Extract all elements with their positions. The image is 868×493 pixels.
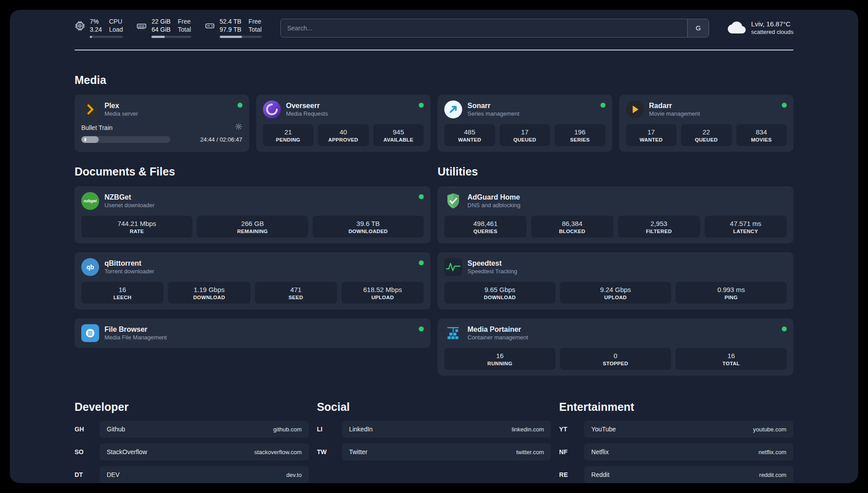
stat-label: AVAILABLE xyxy=(375,137,422,142)
app-name: File Browser xyxy=(104,325,167,334)
gear-icon[interactable] xyxy=(235,123,242,132)
stat-label: MOVIES xyxy=(738,137,785,142)
cpu-load-value: 3.24 xyxy=(90,26,102,34)
weather-condition: scattered clouds xyxy=(751,29,793,36)
playback-progressbar[interactable] xyxy=(81,136,171,143)
stat-label: FILTERED xyxy=(620,229,698,234)
app-card-radarr[interactable]: Radarr Movie management 17 WANTED 22 QUE… xyxy=(619,95,794,152)
bookmark-name: StackOverflow xyxy=(107,448,147,455)
app-card-qbittorrent[interactable]: qb qBittorrent Torrent downloader xyxy=(75,252,430,309)
disk-total-value: 97.9 TB xyxy=(220,26,242,34)
plex-icon xyxy=(81,100,99,118)
bookmark-twitter[interactable]: TW Twitter twitter.com xyxy=(317,443,551,460)
bookmark-abbr: SO xyxy=(75,448,100,455)
stat-value: 17 xyxy=(501,128,549,136)
stat-label: QUEUED xyxy=(683,137,730,142)
app-card-filebrowser[interactable]: File Browser Media File Management xyxy=(75,318,430,348)
bookmark-dev[interactable]: DT DEV dev.to xyxy=(75,466,309,483)
bookmark-url: dev.to xyxy=(286,472,301,478)
sonarr-icon xyxy=(444,100,462,118)
app-name: Media Portainer xyxy=(467,325,528,334)
bookmark-github[interactable]: GH Github github.com xyxy=(75,421,309,438)
section-entertainment: Entertainment YT YouTube youtube.com NF … xyxy=(559,401,793,483)
stat-value: 86,384 xyxy=(533,220,611,227)
stat-tile: 9.24 Gbps UPLOAD xyxy=(560,282,671,304)
ram-total-value: 64 GiB xyxy=(151,26,171,34)
stat-tile: 47.571 ms LATENCY xyxy=(705,216,787,238)
stat-tile: 17 WANTED xyxy=(626,124,677,146)
stat-label: REMAINING xyxy=(199,229,306,234)
bookmark-url: stackoverflow.com xyxy=(254,449,301,455)
stat-tile: 945 AVAILABLE xyxy=(373,124,424,146)
stat-label: UPLOAD xyxy=(343,295,422,300)
stat-label: PING xyxy=(677,295,785,300)
bookmark-abbr: DT xyxy=(75,471,100,478)
ram-progressbar xyxy=(151,36,191,38)
qbittorrent-icon: qb xyxy=(81,258,99,276)
stat-label: QUERIES xyxy=(446,229,525,234)
app-card-sonarr[interactable]: Sonarr Series management 485 WANTED 17 Q… xyxy=(438,95,612,152)
stat-label: WANTED xyxy=(446,137,493,142)
documents-section-title: Documents & Files xyxy=(75,165,430,178)
status-dot xyxy=(419,194,424,199)
stat-tile: 40 APPROVED xyxy=(318,124,369,146)
bookmark-reddit[interactable]: RE Reddit reddit.com xyxy=(559,466,793,483)
app-card-nzbget[interactable]: nzbget NZBGet Usenet downloader 74 xyxy=(75,186,430,243)
stat-tile: 196 SERIES xyxy=(555,124,605,146)
bookmark-youtube[interactable]: YT YouTube youtube.com xyxy=(559,421,793,438)
stat-tile: 266 GB REMAINING xyxy=(197,216,308,238)
media-section-title: Media xyxy=(75,74,793,87)
stat-value: 16 xyxy=(83,286,162,293)
entertainment-section-title: Entertainment xyxy=(559,401,793,414)
app-card-adguard[interactable]: AdGuard Home DNS and adblocking 498,461 … xyxy=(438,186,793,243)
cpu-progressbar xyxy=(90,36,123,38)
stat-label: RUNNING xyxy=(446,361,554,366)
stat-label: LATENCY xyxy=(706,229,785,234)
app-subtitle: Speedtest Tracking xyxy=(467,268,517,275)
ram-free-value: 22 GiB xyxy=(151,18,171,26)
search-input[interactable] xyxy=(281,19,687,37)
now-playing-title: Bullet Train xyxy=(81,124,113,131)
app-card-portainer[interactable]: Media Portainer Container management 16 … xyxy=(438,318,793,376)
bookmark-stackoverflow[interactable]: SO StackOverflow stackoverflow.com xyxy=(75,443,309,460)
bookmark-name: YouTube xyxy=(591,426,616,433)
stat-tile: 86,384 BLOCKED xyxy=(531,216,613,238)
stat-value: 0 xyxy=(562,352,669,359)
disk-stat: 52.4 TB 97.9 TB Free Total xyxy=(204,18,262,38)
app-card-plex[interactable]: Plex Media server Bullet Train xyxy=(75,95,249,152)
top-bar: 7% 3.24 CPU Load xyxy=(75,10,793,38)
search-bar[interactable]: G xyxy=(280,19,709,38)
stat-value: 196 xyxy=(556,128,604,136)
app-name: AdGuard Home xyxy=(467,193,521,202)
overseerr-icon xyxy=(263,100,281,118)
cloud-icon xyxy=(728,20,746,35)
bookmark-url: reddit.com xyxy=(759,472,786,478)
stat-value: 47.571 ms xyxy=(706,220,785,227)
stat-tile: 834 MOVIES xyxy=(736,124,787,146)
app-card-speedtest[interactable]: Speedtest Speedtest Tracking 9.65 Gbps D… xyxy=(438,252,793,309)
speedtest-icon xyxy=(444,258,462,276)
stat-value: 21 xyxy=(265,128,312,136)
stat-tile: 16 LEECH xyxy=(81,282,163,304)
stat-label: DOWNLOADED xyxy=(314,229,422,234)
disk-total-label: Total xyxy=(249,26,262,34)
search-engine-button[interactable]: G xyxy=(687,19,709,37)
app-subtitle: Torrent downloader xyxy=(104,268,154,275)
playback-time: 24:44 / 02:06:47 xyxy=(200,136,242,143)
stat-value: 945 xyxy=(375,128,422,136)
bookmark-abbr: YT xyxy=(559,426,584,433)
bookmark-url: twitter.com xyxy=(516,449,544,455)
app-subtitle: Container management xyxy=(467,334,528,341)
pause-icon xyxy=(84,138,86,141)
app-name: Speedtest xyxy=(467,259,517,268)
app-subtitle: Media server xyxy=(104,110,138,117)
bookmark-linkedin[interactable]: LI LinkedIn linkedin.com xyxy=(317,421,551,438)
bookmark-netflix[interactable]: NF Netflix netflix.com xyxy=(559,443,793,460)
disk-free-value: 52.4 TB xyxy=(220,18,242,26)
status-dot xyxy=(238,103,242,108)
status-dot xyxy=(782,326,787,331)
stat-value: 485 xyxy=(446,128,493,136)
stat-tile: 485 WANTED xyxy=(444,124,495,146)
stat-value: 39.6 TB xyxy=(314,220,422,227)
app-card-overseerr[interactable]: Overseerr Media Requests 21 PENDING 40 A… xyxy=(256,95,431,152)
